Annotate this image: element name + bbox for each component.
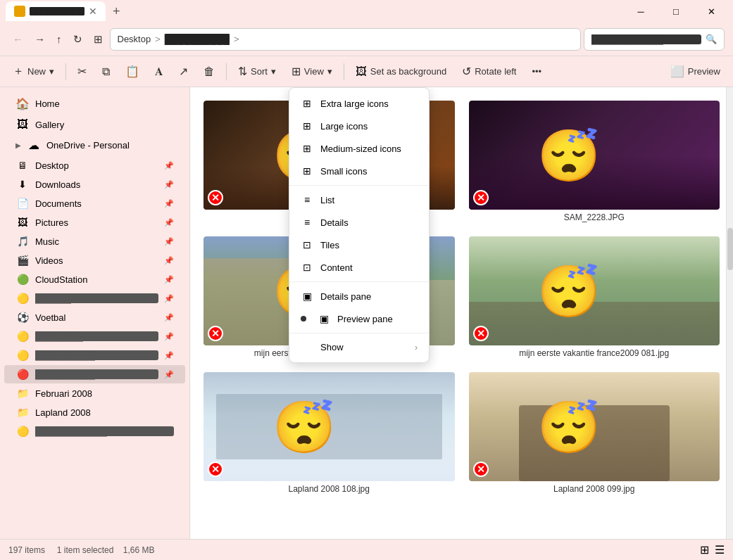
back-button[interactable]: ← [8, 29, 27, 49]
preview-button[interactable]: ⬜ Preview [663, 61, 727, 82]
sidebar-item-videos[interactable]: 🎬 Videos 📌 [4, 251, 185, 269]
view-button[interactable]: ⊞ View ▾ [284, 61, 339, 82]
error-badge-1: ✕ [208, 190, 223, 205]
sidebar-item-voetbal[interactable]: ⚽ Voetbal 📌 [4, 308, 185, 326]
rename-button[interactable]: 𝐀 [148, 61, 170, 82]
sidebar-label-onedrive: OneDrive - Personal [46, 140, 174, 151]
sidebar-label-feb2008: Februari 2008 [35, 388, 174, 399]
sidebar-item-documents[interactable]: 📄 Documents 📌 [4, 194, 185, 212]
lapland-icon: 📁 [15, 407, 30, 418]
menu-item-tiles[interactable]: ⊡ Tiles [289, 234, 429, 256]
thumb-5: 😴 [203, 372, 455, 481]
maximize-button[interactable]: □ [660, 0, 692, 23]
sidebar-item-gallery[interactable]: 🖼 Gallery [4, 115, 185, 134]
sidebar-item-masked5[interactable]: 🟡 ████████████ [4, 422, 185, 440]
thumb-2: 😴 [469, 101, 720, 210]
sep1 [65, 63, 66, 80]
voetbal-icon: ⚽ [15, 312, 30, 323]
menu-item-list[interactable]: ≡ List [289, 189, 429, 211]
address-box[interactable]: Desktop > ██████████ > [110, 28, 582, 51]
paste-icon: 📋 [125, 65, 139, 78]
show-arrow-icon: › [415, 343, 418, 352]
error-badge-6: ✕ [473, 462, 489, 477]
sidebar-label-voetbal: Voetbal [35, 312, 158, 323]
documents-pin-icon: 📌 [164, 199, 174, 208]
menu-item-large[interactable]: ⊞ Large icons [289, 115, 429, 137]
scrollbar-thumb[interactable] [727, 228, 733, 270]
scrollbar-track[interactable] [726, 87, 733, 539]
copy-button[interactable]: ⧉ [95, 61, 117, 82]
sidebar-item-feb2008[interactable]: 📁 Februari 2008 [4, 384, 185, 402]
file-grid: 😴 ✕ SAM_... 😴 ✕ [197, 94, 726, 500]
error-badge-3: ✕ [208, 326, 223, 341]
tab-close-button[interactable]: ✕ [89, 6, 97, 17]
sidebar-label-desktop: Desktop [35, 160, 158, 171]
menu-item-show[interactable]: Show › [289, 336, 429, 358]
sidebar-item-masked1[interactable]: 🟡 ██████ 📌 [4, 289, 185, 307]
sidebar-item-onedrive[interactable]: ▶ ☁ OneDrive - Personal [4, 135, 185, 155]
menu-label-details-pane: Details pane [320, 291, 418, 302]
cut-button[interactable]: ✂ [70, 61, 94, 82]
new-button[interactable]: ＋ New ▾ [6, 60, 61, 83]
main-layout: 🏠 Home 🖼 Gallery ▶ ☁ OneDrive - Personal… [0, 87, 733, 539]
sidebar-label-lapland: Lapland 2008 [35, 407, 174, 418]
sidebar-item-pictures[interactable]: 🖼 Pictures 📌 [4, 213, 185, 231]
set-background-button[interactable]: 🖼 Set as background [349, 61, 453, 82]
sidebar-item-masked4[interactable]: 🔴 ██████████ 📌 [4, 365, 185, 383]
extra-large-icon: ⊞ [301, 98, 313, 109]
sidebar-item-desktop[interactable]: 🖥 Desktop 📌 [4, 156, 185, 174]
sidebar-item-music[interactable]: 🎵 Music 📌 [4, 232, 185, 250]
desktop-pin-icon: 📌 [164, 161, 174, 170]
search-icon[interactable]: 🔍 [706, 34, 717, 44]
file-name-5: Lapland 2008 108.jpg [289, 484, 370, 494]
menu-label-large: Large icons [320, 121, 418, 132]
window-controls: ─ □ ✕ [625, 0, 727, 23]
search-box[interactable]: ████████████ 🔍 [584, 28, 725, 51]
new-tab-button[interactable]: + [108, 3, 125, 20]
sidebar-item-downloads[interactable]: ⬇ Downloads 📌 [4, 175, 185, 193]
close-button[interactable]: ✕ [695, 0, 727, 23]
sidebar-item-masked2[interactable]: 🟡 ████████ 📌 [4, 327, 185, 345]
share-button[interactable]: ↗ [172, 61, 195, 82]
menu-item-extra-large[interactable]: ⊞ Extra large icons [289, 92, 429, 115]
file-item-4[interactable]: 😴 ✕ mijn eerste vakantie france2009 081.… [465, 233, 724, 362]
menu-item-medium[interactable]: ⊞ Medium-sized icons [289, 137, 429, 160]
view-toggle-button[interactable]: ⊞ [89, 29, 107, 50]
sidebar-item-cloudstation[interactable]: 🟢 CloudStation 📌 [4, 270, 185, 288]
menu-item-content[interactable]: ⊡ Content [289, 256, 429, 279]
sidebar-label-pictures: Pictures [35, 217, 158, 228]
sidebar-item-lapland[interactable]: 📁 Lapland 2008 [4, 403, 185, 421]
cloudstation-icon: 🟢 [15, 274, 30, 285]
desktop-icon: 🖥 [15, 160, 30, 171]
list-view-button[interactable]: ☰ [715, 543, 725, 556]
sort-icon: ⇅ [238, 65, 247, 78]
rotate-left-button[interactable]: ↺ Rotate left [455, 61, 523, 82]
grid-view-button[interactable]: ⊞ [700, 543, 709, 556]
file-item-2[interactable]: 😴 ✕ SAM_2228.JPG [465, 97, 724, 226]
sidebar-label-home: Home [35, 98, 174, 109]
toolbar: ＋ New ▾ ✂ ⧉ 📋 𝐀 ↗ 🗑 ⇅ Sort ▾ ⊞ View ▾ 🖼 … [0, 56, 733, 87]
onedrive-expand-icon: ▶ [15, 141, 21, 149]
menu-item-preview-pane[interactable]: ▣ Preview pane [289, 307, 429, 330]
paste-button[interactable]: 📋 [118, 61, 146, 82]
menu-item-details[interactable]: ≡ Details [289, 211, 429, 234]
forward-button[interactable]: → [30, 29, 49, 49]
set-background-icon: 🖼 [356, 65, 367, 78]
sidebar-item-masked3[interactable]: 🟡 ██████████ 📌 [4, 346, 185, 364]
up-button[interactable]: ↑ [52, 29, 66, 49]
minimize-button[interactable]: ─ [625, 0, 657, 23]
delete-icon: 🗑 [203, 65, 215, 78]
menu-label-show: Show [320, 342, 408, 352]
menu-sep-3 [289, 333, 429, 333]
delete-button[interactable]: 🗑 [196, 61, 222, 82]
more-button[interactable]: ••• [525, 62, 549, 81]
file-item-6[interactable]: 😴 ✕ Lapland 2008 099.jpg [465, 369, 724, 497]
menu-item-details-pane[interactable]: ▣ Details pane [289, 285, 429, 307]
refresh-button[interactable]: ↻ [69, 29, 87, 50]
sort-button[interactable]: ⇅ Sort ▾ [231, 61, 283, 82]
active-tab[interactable]: ██████████ ✕ [6, 1, 106, 21]
menu-item-small[interactable]: ⊞ Small icons [289, 160, 429, 182]
menu-label-content: Content [320, 262, 418, 273]
file-item-5[interactable]: 😴 ✕ Lapland 2008 108.jpg [200, 369, 458, 497]
sidebar-item-home[interactable]: 🏠 Home [4, 94, 185, 114]
